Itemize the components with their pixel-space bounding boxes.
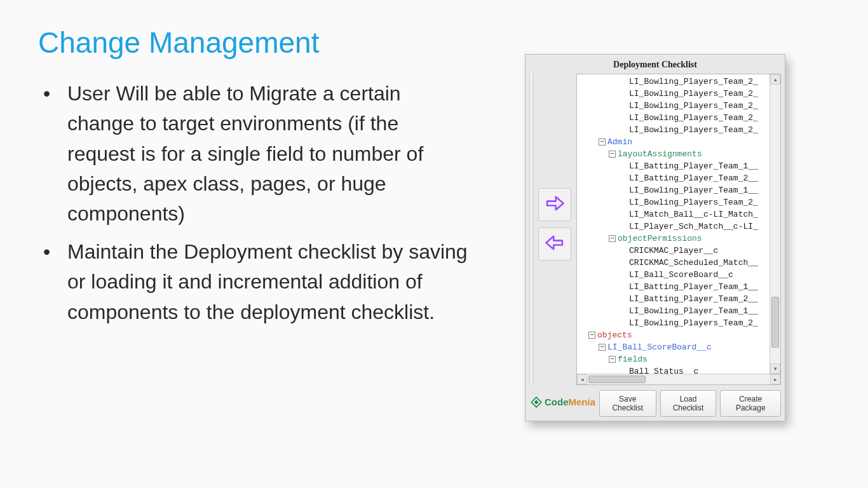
tree-node-object[interactable]: −LI_Ball_ScoreBoard__c — [580, 341, 779, 353]
tree-node-layout[interactable]: −layoutAssignments — [580, 148, 779, 160]
collapse-icon[interactable]: − — [609, 151, 616, 158]
tree-item[interactable]: LI_Batting_Player_Team_2__ — [580, 172, 779, 184]
tree-node-objects[interactable]: −objects — [580, 329, 779, 341]
bullet-item: User Will be able to Migrate a certain c… — [38, 79, 470, 229]
move-left-button[interactable] — [538, 227, 571, 261]
collapse-icon[interactable]: − — [599, 139, 606, 146]
collapse-icon[interactable]: − — [599, 344, 606, 351]
tree-item[interactable]: LI_Player_Sch_Match__c-LI_ — [580, 220, 779, 233]
vertical-scrollbar[interactable]: ▴ ▾ — [770, 74, 780, 374]
tree-item[interactable]: LI_Bowling_Players_Team_2_ — [580, 124, 779, 136]
tree-item[interactable]: LI_Bowling_Player_Team_1__ — [580, 184, 779, 196]
scroll-down-icon[interactable]: ▾ — [770, 363, 780, 374]
tree-item[interactable]: LI_Bowling_Players_Team_2_ — [580, 317, 779, 329]
tree-node-objperm[interactable]: −objectPermissions — [580, 233, 779, 245]
tree-item[interactable]: LI_Match_Ball__c-LI_Match_ — [580, 208, 779, 220]
tree-item[interactable]: LI_Bowling_Players_Team_2_ — [580, 112, 779, 124]
deployment-panel: Deployment Checklist LI_Bowling_Players_… — [525, 54, 785, 421]
panel-title: Deployment Checklist — [529, 58, 781, 74]
load-checklist-button[interactable]: Load Checklist — [660, 390, 717, 417]
collapse-icon[interactable]: − — [609, 356, 616, 363]
tree-item[interactable]: LI_Bowling_Players_Team_2_ — [580, 76, 779, 88]
codemenia-logo: CodeMenia — [529, 396, 595, 411]
tree-item[interactable]: LI_Bowling_Player_Team_1__ — [580, 305, 779, 317]
collapse-icon[interactable]: − — [609, 235, 616, 242]
collapse-icon[interactable]: − — [588, 332, 595, 339]
arrow-left-icon — [544, 232, 566, 256]
create-package-button[interactable]: Create Package — [720, 390, 781, 417]
tree-item[interactable]: LI_Batting_Player_Team_1__ — [580, 281, 779, 293]
logo-text: CodeMenia — [545, 396, 595, 411]
arrow-right-icon — [544, 193, 566, 217]
tree-node-fields[interactable]: −fields — [580, 353, 779, 365]
scroll-right-icon[interactable]: ▸ — [770, 374, 780, 384]
scroll-left-icon[interactable]: ◂ — [577, 374, 587, 384]
splitter[interactable] — [529, 74, 533, 385]
tree-item[interactable]: CRICKMAC_Scheduled_Match__ — [580, 257, 779, 269]
tree-item[interactable]: LI_Batting_Player_Team_2__ — [580, 293, 779, 305]
scroll-thumb[interactable] — [771, 297, 779, 348]
bullet-item: Maintain the Deployment checklist by sav… — [38, 237, 470, 327]
tree-node-admin[interactable]: −Admin — [580, 136, 779, 148]
tree-view[interactable]: LI_Bowling_Players_Team_2_ LI_Bowling_Pl… — [576, 74, 781, 385]
scroll-up-icon[interactable]: ▴ — [770, 74, 780, 85]
move-right-button[interactable] — [538, 188, 571, 221]
diamond-icon — [531, 396, 542, 410]
tree-item[interactable]: LI_Bowling_Players_Team_2_ — [580, 100, 779, 112]
tree-item[interactable]: LI_Ball_ScoreBoard__c — [580, 269, 779, 281]
save-checklist-button[interactable]: Save Checklist — [599, 390, 656, 417]
tree-item[interactable]: CRICKMAC_Player__c — [580, 245, 779, 257]
scroll-thumb[interactable] — [588, 376, 646, 383]
tree-item[interactable]: LI_Bowling_Players_Team_2_ — [580, 88, 779, 100]
horizontal-scrollbar[interactable]: ◂ ▸ — [577, 374, 780, 384]
tree-item[interactable]: LI_Bowling_Players_Team_2_ — [580, 196, 779, 208]
tree-item[interactable]: LI_Batting_Player_Team_1__ — [580, 160, 779, 172]
